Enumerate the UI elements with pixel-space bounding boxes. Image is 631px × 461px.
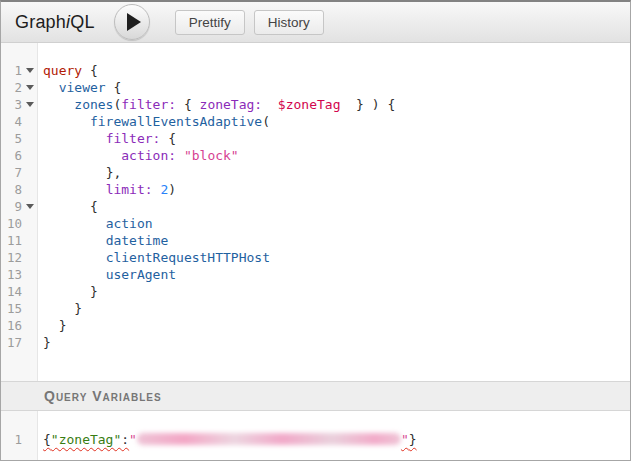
line-number: 9 [1,198,22,215]
code-line[interactable]: 14 } [1,283,630,300]
code-text: userAgent [38,266,176,283]
execute-query-button[interactable] [114,4,150,40]
history-button[interactable]: History [254,10,324,35]
fold-arrow-icon[interactable] [26,102,34,107]
gutter: 9 [1,198,38,215]
fold-gutter [22,215,38,232]
fold-arrow-icon[interactable] [26,204,34,209]
code-line[interactable]: 11 datetime [1,232,630,249]
gutter: 3 [1,96,38,113]
query-variables-title: Query Variables [44,388,162,404]
toolbar: GraphiQL Prettify History [1,2,630,43]
code-text: viewer { [38,79,121,96]
line-number: 7 [1,164,22,181]
code-line[interactable]: 3 zones(filter: { zoneTag: $zoneTag } ) … [1,96,630,113]
fold-arrow-icon[interactable] [26,68,34,73]
fold-gutter [22,113,38,130]
code-line[interactable]: 1query { [1,62,630,79]
code-line[interactable]: 8 limit: 2) [1,181,630,198]
line-number: 8 [1,181,22,198]
gutter: 8 [1,181,38,198]
fold-gutter [22,181,38,198]
fold-gutter [22,62,38,79]
line-number: 17 [1,334,22,351]
line-number: 14 [1,283,22,300]
code-text: } [38,283,98,300]
code-text: filter: { [38,130,176,147]
code-text: } [38,334,51,351]
line-number: 11 [1,232,22,249]
gutter: 15 [1,300,38,317]
line-number: 1 [1,62,22,79]
redacted-value [137,433,401,445]
code-text: zones(filter: { zoneTag: $zoneTag } ) { [38,96,395,113]
gutter: 7 [1,164,38,181]
logo-text: Graph [15,12,66,32]
code-line[interactable]: 1{"zoneTag":""} [1,431,630,448]
gutter: 1 [1,62,38,79]
code-line[interactable]: 12 clientRequestHTTPHost [1,249,630,266]
fold-gutter [22,147,38,164]
query-variables-header[interactable]: Query Variables [1,381,630,411]
code-text: }, [38,164,121,181]
fold-gutter [22,283,38,300]
gutter: 10 [1,215,38,232]
logo-text: QL [70,12,94,32]
gutter: 1 [1,431,38,448]
code-text: {"zoneTag":""} [38,431,417,448]
code-line[interactable]: 13 userAgent [1,266,630,283]
code-line[interactable]: 9 { [1,198,630,215]
play-icon [127,13,141,31]
fold-gutter [22,79,38,96]
line-number: 5 [1,130,22,147]
prettify-button[interactable]: Prettify [175,10,245,35]
code-text: datetime [38,232,168,249]
line-number: 6 [1,147,22,164]
code-line[interactable]: 15 } [1,300,630,317]
code-text: clientRequestHTTPHost [38,249,270,266]
gutter: 5 [1,130,38,147]
gutter: 4 [1,113,38,130]
fold-gutter [22,130,38,147]
code-text: { [38,198,98,215]
code-text: query { [38,62,98,79]
line-number: 3 [1,96,22,113]
fold-gutter [22,431,38,448]
fold-gutter [22,300,38,317]
gutter: 17 [1,334,38,351]
fold-gutter [22,232,38,249]
code-line[interactable]: 4 firewallEventsAdaptive( [1,113,630,130]
line-number: 2 [1,79,22,96]
fold-gutter [22,334,38,351]
code-line[interactable]: 5 filter: { [1,130,630,147]
code-line[interactable]: 2 viewer { [1,79,630,96]
line-number: 15 [1,300,22,317]
code-text: } [38,300,82,317]
gutter: 13 [1,266,38,283]
line-number: 1 [1,431,22,448]
line-number: 12 [1,249,22,266]
query-editor[interactable]: 1query {2 viewer {3 zones(filter: { zone… [1,43,630,381]
fold-arrow-icon[interactable] [26,85,34,90]
variables-editor[interactable]: 1{"zoneTag":""} [1,411,630,460]
code-line[interactable]: 6 action: "block" [1,147,630,164]
fold-gutter [22,164,38,181]
code-text: limit: 2) [38,181,176,198]
code-text: action: "block" [38,147,239,164]
code-text: } [38,317,66,334]
line-number: 13 [1,266,22,283]
gutter: 11 [1,232,38,249]
gutter: 12 [1,249,38,266]
code-line[interactable]: 16 } [1,317,630,334]
gutter: 2 [1,79,38,96]
code-line[interactable]: 7 }, [1,164,630,181]
graphiql-window: GraphiQL Prettify History 1query {2 view… [0,0,631,461]
code-line[interactable]: 17} [1,334,630,351]
gutter: 6 [1,147,38,164]
graphiql-logo: GraphiQL [15,12,95,33]
code-text: firewallEventsAdaptive( [38,113,270,130]
fold-gutter [22,96,38,113]
line-number: 4 [1,113,22,130]
code-text: action [38,215,153,232]
code-line[interactable]: 10 action [1,215,630,232]
